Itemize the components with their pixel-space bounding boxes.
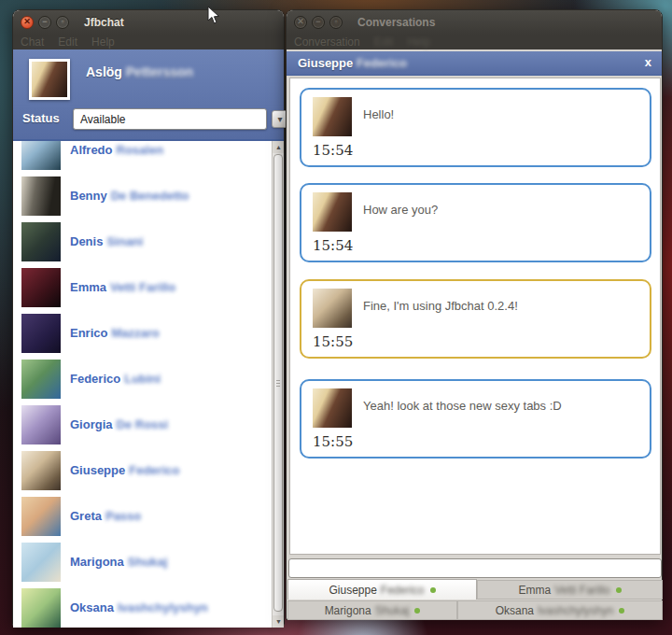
conversations-window: Conversations Conversation Edit Help Giu…	[286, 9, 663, 620]
buddy-row[interactable]: OksanaIvashchylyshyn	[13, 588, 271, 628]
chat-message: Hello! 15:54	[300, 88, 651, 167]
chat-message: Fine, I'm using Jfbchat 0.2.4! 15:55	[300, 279, 651, 359]
conversation-tab[interactable]: Oksana Ivashchylyshyn	[457, 600, 663, 620]
buddy-row[interactable]: GiuseppeFederico	[13, 451, 271, 497]
buddy-row[interactable]: EnricoMazzaro	[13, 314, 271, 360]
chat-contact-name: Giuseppe Federico	[298, 56, 407, 70]
buddy-avatar	[21, 268, 61, 307]
chat-message: Yeah! look at those new sexy tabs :D 15:…	[300, 379, 651, 459]
window-title: Conversations	[357, 16, 435, 29]
message-timestamp: 15:55	[313, 433, 353, 450]
profile-name: Aslög Pettersson	[86, 64, 193, 79]
jfbchat-menubar: Chat Edit Help	[13, 35, 284, 49]
menu-edit[interactable]: Edit	[58, 35, 77, 49]
sender-avatar	[313, 97, 352, 136]
message-timestamp: 15:54	[313, 142, 353, 159]
scrollbar-thumb[interactable]	[273, 154, 283, 612]
message-input[interactable]	[288, 558, 662, 578]
close-tab-button[interactable]: x	[645, 55, 651, 69]
conversation-tab[interactable]: Giuseppe Federico	[287, 579, 477, 600]
buddy-row[interactable]: GretaPasso	[13, 497, 271, 543]
minimize-button[interactable]	[38, 16, 51, 29]
menu-help[interactable]: Help	[407, 35, 430, 49]
buddy-row[interactable]: FedericoLubini	[13, 360, 271, 405]
status-label: Status	[22, 111, 60, 125]
buddy-list: AlfredoRosalen BennyDe Benedetto DenisSi…	[13, 141, 284, 628]
close-button[interactable]	[294, 16, 307, 29]
menu-chat[interactable]: Chat	[21, 35, 44, 49]
buddy-row[interactable]: BennyDe Benedetto	[13, 176, 271, 222]
online-dot-icon	[414, 608, 420, 614]
message-history: Hello! 15:54 How are you? 15:54 Fine, I'…	[289, 78, 661, 555]
online-dot-icon	[616, 587, 622, 593]
buddy-row[interactable]: GiorgiaDe Rossi	[13, 405, 271, 451]
window-title: Jfbchat	[84, 16, 124, 29]
profile-header: Aslög Pettersson Status Available	[13, 49, 284, 141]
conversation-tab[interactable]: Marigona Shukaj	[287, 600, 457, 620]
message-timestamp: 15:54	[313, 237, 353, 254]
message-timestamp: 15:55	[313, 333, 353, 350]
buddy-row[interactable]: MarigonaShukaj	[13, 543, 271, 588]
buddy-avatar	[21, 497, 61, 536]
buddy-avatar	[21, 176, 61, 216]
chat-tab-header: Giuseppe Federico x	[287, 51, 662, 76]
minimize-button[interactable]	[312, 16, 325, 29]
buddy-avatar	[21, 141, 61, 170]
status-dropdown[interactable]: Available	[73, 108, 267, 130]
buddy-avatar	[21, 543, 61, 582]
jfbchat-titlebar[interactable]: Jfbchat	[13, 10, 284, 35]
maximize-button[interactable]	[329, 16, 343, 29]
close-button[interactable]	[21, 16, 34, 29]
chat-message: How are you? 15:54	[300, 183, 651, 262]
buddy-avatar	[21, 405, 61, 444]
buddy-row[interactable]: EmmaVetti Farillo	[13, 268, 271, 314]
buddy-row[interactable]: AlfredoRosalen	[13, 141, 271, 176]
buddy-row[interactable]: DenisSinani	[13, 222, 271, 268]
menu-help[interactable]: Help	[91, 35, 115, 49]
profile-avatar	[29, 59, 70, 100]
online-dot-icon	[430, 587, 436, 593]
buddy-avatar	[21, 451, 61, 490]
menu-edit[interactable]: Edit	[374, 35, 394, 49]
jfbchat-window: Jfbchat Chat Edit Help Aslög Pettersson …	[12, 9, 285, 627]
scroll-up-icon[interactable]: ▲	[273, 141, 284, 153]
buddy-avatar	[21, 222, 61, 261]
conversations-titlebar[interactable]: Conversations	[287, 10, 662, 35]
sender-avatar	[313, 388, 352, 428]
maximize-button[interactable]	[56, 16, 69, 29]
conversation-tab[interactable]: Emma Vetti Farillo	[477, 580, 663, 600]
online-dot-icon	[619, 608, 624, 614]
buddy-avatar	[21, 588, 61, 628]
buddy-avatar	[21, 360, 61, 399]
menu-conversation[interactable]: Conversation	[294, 35, 360, 49]
scroll-down-icon[interactable]: ▼	[273, 615, 284, 628]
desktop: Jfbchat Chat Edit Help Aslög Pettersson …	[0, 0, 672, 635]
conversations-menubar: Conversation Edit Help	[287, 35, 662, 49]
buddy-list-scrollbar[interactable]: ▲ ▼	[272, 141, 284, 628]
sender-avatar	[313, 192, 352, 232]
sender-avatar	[313, 289, 352, 328]
buddy-avatar	[21, 314, 61, 353]
